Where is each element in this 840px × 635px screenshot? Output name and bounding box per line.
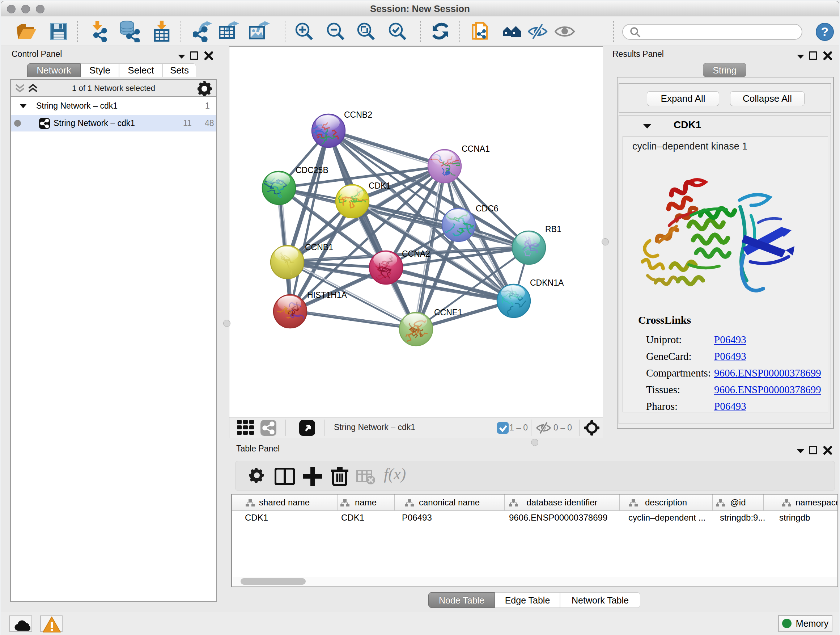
svg-text:HIST1H1A: HIST1H1A [307, 290, 347, 300]
svg-text:?: ? [821, 25, 829, 38]
svg-text:CDK1: CDK1 [369, 181, 391, 190]
svg-text:CCNE1: CCNE1 [434, 308, 462, 317]
svg-text:RB1: RB1 [545, 225, 561, 234]
svg-text:CDC25B: CDC25B [295, 165, 328, 175]
svg-text:CCNB2: CCNB2 [344, 110, 372, 119]
svg-text:CDC6: CDC6 [476, 204, 499, 213]
svg-text:CCNB1: CCNB1 [305, 242, 333, 252]
svg-text:CCNA2: CCNA2 [402, 249, 430, 258]
svg-text:CDKN1A: CDKN1A [530, 278, 564, 287]
svg-text:CCNA1: CCNA1 [462, 144, 490, 154]
